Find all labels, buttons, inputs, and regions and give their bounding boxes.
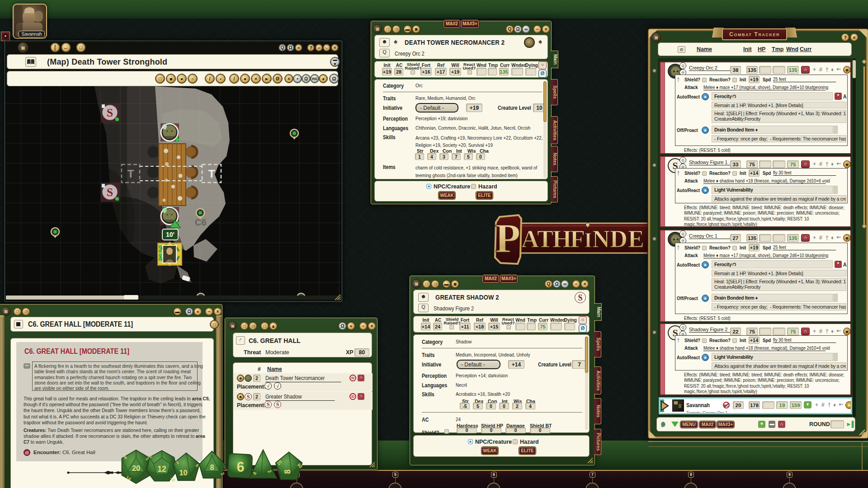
svg-text:I: I: [584, 229, 592, 252]
svg-text:A: A: [521, 225, 539, 253]
svg-text:12: 12: [157, 465, 166, 474]
svg-text:P: P: [495, 215, 520, 261]
svg-text:E: E: [628, 225, 644, 253]
svg-text:S: S: [107, 186, 113, 199]
svg-text:8: 8: [283, 469, 292, 474]
svg-text:10: 10: [179, 469, 187, 477]
svg-text:T: T: [208, 168, 215, 180]
svg-text:H: H: [552, 225, 571, 253]
svg-text:8: 8: [210, 463, 214, 471]
svg-text:20: 20: [132, 464, 140, 472]
svg-text:F: F: [570, 225, 585, 253]
svg-text:10': 10': [166, 231, 175, 238]
svg-text:6: 6: [237, 459, 245, 474]
svg-text:T: T: [537, 225, 553, 253]
svg-text:T: T: [127, 168, 134, 180]
svg-text:D: D: [610, 225, 627, 253]
svg-text:S: S: [107, 106, 113, 119]
svg-text:C6: C6: [195, 217, 207, 227]
svg-text:N: N: [592, 225, 610, 253]
